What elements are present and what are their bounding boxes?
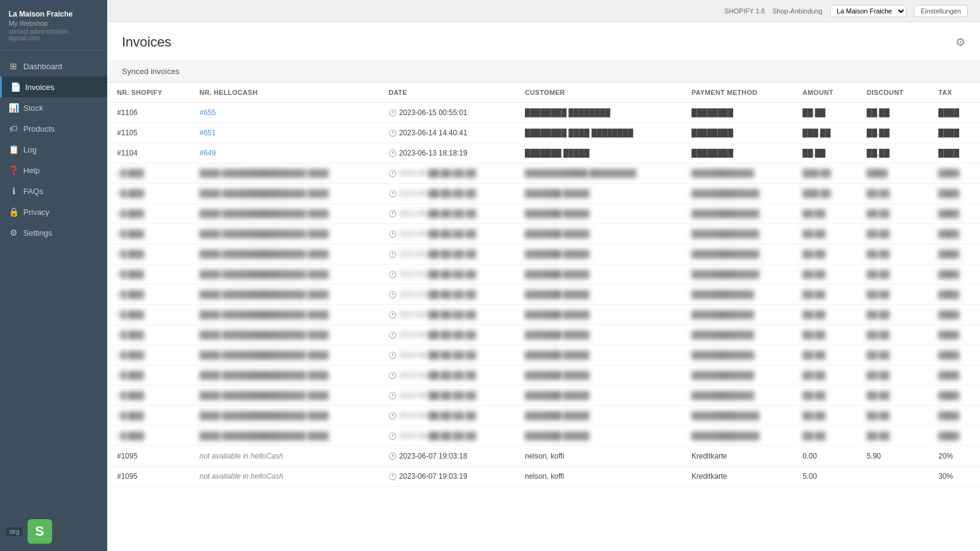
clock-icon: 🕐 bbox=[388, 129, 397, 137]
cell-discount: ██.██ bbox=[857, 426, 929, 446]
cell-discount: ██.██ bbox=[857, 345, 929, 365]
cell-customer: ███████ █████ bbox=[515, 264, 682, 285]
cell-nr-shopify: #1095 bbox=[107, 446, 190, 467]
cell-tax: ████ bbox=[929, 264, 980, 285]
table-header: NR. SHOPIFY NR. HELLOCASH DATE CUSTOMER … bbox=[107, 83, 980, 103]
cell-date: 🕐2023-06-██ ██:██:██ bbox=[379, 426, 515, 446]
cell-date: 🕐2023-06-██ ██:██:██ bbox=[379, 365, 515, 386]
cell-tax: ████ bbox=[929, 184, 980, 204]
cell-date: 🕐2023-06-██ ██:██:██ bbox=[379, 264, 515, 285]
clock-icon: 🕐 bbox=[388, 170, 397, 177]
settings-button[interactable]: Einstellungen bbox=[914, 5, 968, 17]
table-row: #█.███████ ████████████████ ████🕐2023-06… bbox=[107, 325, 980, 345]
cell-payment: ████████████ bbox=[682, 345, 793, 365]
page-header: Invoices ⚙ bbox=[107, 22, 980, 61]
main-content: SHOPIFY 1.6 Shop-Anbindung La Maison Fra… bbox=[107, 0, 980, 551]
cell-customer: ███████ █████ bbox=[515, 143, 682, 163]
sidebar-item-invoices[interactable]: 📄 Invoices bbox=[0, 77, 107, 97]
cell-nr-shopify: #1105 bbox=[107, 123, 190, 143]
cell-date: 🕐2023-06-██ ██:██:██ bbox=[379, 184, 515, 204]
cell-nr-shopify: #█.███ bbox=[107, 285, 190, 305]
cell-date: 🕐2023-06-██ ██:██:██ bbox=[379, 345, 515, 365]
cell-date: 🕐2023-06-██ ██:██:██ bbox=[379, 386, 515, 406]
page-settings-icon[interactable]: ⚙ bbox=[956, 36, 965, 49]
cell-payment: █████████████ bbox=[682, 184, 793, 204]
sidebar-item-products[interactable]: 🏷 Products bbox=[0, 118, 107, 139]
sidebar-item-settings[interactable]: ⚙ Settings bbox=[0, 222, 107, 243]
cell-customer: nelson, koffi bbox=[515, 446, 682, 467]
sidebar: La Maison Fraiche My Webshop contact.adm… bbox=[0, 0, 107, 551]
cell-tax: ████ bbox=[929, 224, 980, 244]
table-row: #█.███████ ████████████████ ████🕐2023-06… bbox=[107, 365, 980, 386]
hellocash-link[interactable]: #649 bbox=[200, 149, 216, 157]
cell-discount: ██.██ bbox=[857, 285, 929, 305]
table-row: #█.███████ ████████████████ ████🕐2023-06… bbox=[107, 406, 980, 426]
cell-discount: ██.██ bbox=[857, 386, 929, 406]
sidebar-item-stock[interactable]: 📊 Stock bbox=[0, 97, 107, 118]
topbar: SHOPIFY 1.6 Shop-Anbindung La Maison Fra… bbox=[107, 0, 980, 22]
cell-amount: ██.██ bbox=[793, 406, 857, 426]
clock-icon: 🕐 bbox=[388, 210, 397, 217]
profile-name: La Maison Fraiche bbox=[9, 10, 99, 18]
cell-discount: ██.██ bbox=[857, 244, 929, 264]
sidebar-item-label: FAQs bbox=[23, 187, 43, 196]
invoice-table: NR. SHOPIFY NR. HELLOCASH DATE CUSTOMER … bbox=[107, 83, 980, 487]
sidebar-item-privacy[interactable]: 🔒 Privacy bbox=[0, 201, 107, 222]
table-row: #1104#649🕐2023-06-13 18:18:19███████ ███… bbox=[107, 143, 980, 163]
sidebar-item-faqs[interactable]: ℹ FAQs bbox=[0, 181, 107, 201]
cell-payment: █████████████ bbox=[682, 244, 793, 264]
cell-nr-shopify: #█.███ bbox=[107, 365, 190, 386]
cell-nr-shopify: #█.███ bbox=[107, 345, 190, 365]
sidebar-item-help[interactable]: ❓ Help bbox=[0, 160, 107, 181]
hellocash-link[interactable]: #651 bbox=[200, 129, 216, 137]
cell-amount: ██.██ bbox=[793, 143, 857, 163]
cell-nr-hellocash: ████ ████████████████ ████ bbox=[190, 244, 379, 264]
topbar-text1: SHOPIFY 1.6 bbox=[725, 7, 765, 15]
help-icon: ❓ bbox=[9, 165, 18, 175]
cell-nr-hellocash: ████ ████████████████ ████ bbox=[190, 386, 379, 406]
cell-payment: ████████████ bbox=[682, 285, 793, 305]
cell-date: 🕐2023-06-07 19:03:19 bbox=[379, 467, 515, 487]
clock-icon: 🕐 bbox=[388, 432, 397, 440]
cell-amount: ██.██ bbox=[793, 426, 857, 446]
clock-icon: 🕐 bbox=[388, 331, 397, 339]
cell-customer: ███████ █████ bbox=[515, 244, 682, 264]
cell-tax: ████ bbox=[929, 244, 980, 264]
cell-nr-shopify: #█.███ bbox=[107, 163, 190, 184]
cell-payment: Kreditkarte bbox=[682, 446, 793, 467]
shop-select[interactable]: La Maison Fraiche bbox=[830, 5, 907, 17]
cell-payment: █████████████ bbox=[682, 406, 793, 426]
cell-discount: ██.██ bbox=[857, 123, 929, 143]
col-customer: CUSTOMER bbox=[515, 83, 682, 103]
cell-discount: ██.██ bbox=[857, 325, 929, 345]
cell-amount: 0.00 bbox=[793, 446, 857, 467]
sidebar-item-label: Log bbox=[23, 145, 37, 154]
sidebar-item-label: Stock bbox=[23, 103, 43, 113]
sidebar-item-log[interactable]: 📋 Log bbox=[0, 139, 107, 160]
cell-amount: ██.██ bbox=[793, 305, 857, 325]
col-date: DATE bbox=[379, 83, 515, 103]
col-discount: DISCOUNT bbox=[857, 83, 929, 103]
cell-nr-shopify: #1106 bbox=[107, 103, 190, 123]
cell-date: 🕐2023-06-██ ██:██:██ bbox=[379, 224, 515, 244]
cell-customer: ███████ █████ bbox=[515, 285, 682, 305]
cell-nr-hellocash: ████ ████████████████ ████ bbox=[190, 184, 379, 204]
page-title: Invoices bbox=[122, 34, 172, 50]
sidebar-item-label: Dashboard bbox=[23, 62, 62, 71]
cell-nr-hellocash: #649 bbox=[190, 143, 379, 163]
cell-tax: ████ bbox=[929, 103, 980, 123]
sidebar-item-label: Settings bbox=[23, 228, 52, 238]
sidebar-item-dashboard[interactable]: ⊞ Dashboard bbox=[0, 56, 107, 77]
cell-customer: ███████ █████ bbox=[515, 305, 682, 325]
cell-customer: ████████████ █████████ bbox=[515, 163, 682, 184]
cell-nr-hellocash: #655 bbox=[190, 103, 379, 123]
cell-discount: ██.██ bbox=[857, 224, 929, 244]
cell-customer: ████████ ████ ████████ bbox=[515, 123, 682, 143]
section-header: Synced invoices bbox=[107, 61, 980, 83]
cell-discount: 5.90 bbox=[857, 446, 929, 467]
hellocash-link[interactable]: #655 bbox=[200, 108, 216, 117]
cell-amount: ██.██ bbox=[793, 365, 857, 386]
col-nr-shopify: NR. SHOPIFY bbox=[107, 83, 190, 103]
cell-payment: ████████████ bbox=[682, 325, 793, 345]
cell-discount: ████ bbox=[857, 163, 929, 184]
